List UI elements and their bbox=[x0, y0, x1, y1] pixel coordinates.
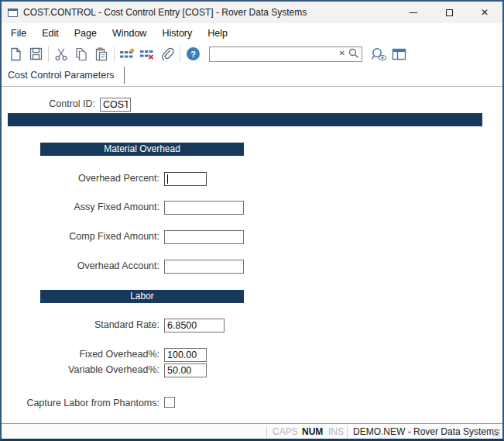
paste-icon bbox=[94, 47, 108, 61]
minimize-button[interactable] bbox=[396, 2, 431, 23]
maximize-button[interactable] bbox=[431, 2, 467, 23]
toolbar-separator bbox=[48, 47, 49, 62]
toolbar-separator bbox=[180, 47, 180, 62]
app-icon bbox=[8, 9, 18, 17]
layout-table-icon bbox=[392, 48, 406, 60]
maximize-icon bbox=[446, 9, 453, 16]
assy-fixed-amount-label: Assy Fixed Amount: bbox=[2, 202, 159, 212]
window-title: COST.CONTROL - Cost Control Entry [COST]… bbox=[23, 7, 307, 18]
save-button[interactable] bbox=[26, 45, 46, 64]
variable-overhead-label: Variable Overhead%: bbox=[2, 364, 159, 375]
ins-indicator: INS bbox=[328, 426, 344, 437]
overhead-percent-label: Overhead Percent: bbox=[2, 173, 159, 184]
tab-bar: Cost Control Parameters bbox=[2, 64, 502, 87]
fixed-overhead-input[interactable] bbox=[164, 348, 207, 362]
session-label: DEMO.NEW - Rover Data Systems bbox=[353, 426, 499, 437]
tab-cost-control-parameters[interactable]: Cost Control Parameters bbox=[8, 64, 124, 86]
material-overhead-header: Material Overhead bbox=[40, 143, 244, 156]
cut-icon bbox=[54, 47, 68, 61]
insert-row-button[interactable] bbox=[117, 45, 137, 64]
toolbar-separator bbox=[114, 47, 115, 62]
paste-button[interactable] bbox=[91, 45, 111, 64]
svg-text:?: ? bbox=[190, 50, 196, 59]
menu-help[interactable]: Help bbox=[200, 23, 235, 43]
capture-labor-label: Capture Labor from Phantoms: bbox=[2, 398, 159, 408]
help-icon: ? bbox=[186, 47, 201, 61]
labor-header: Labor bbox=[40, 290, 244, 303]
control-id-input[interactable] bbox=[100, 98, 131, 112]
standard-rate-input[interactable] bbox=[164, 319, 225, 332]
cut-button[interactable] bbox=[51, 45, 71, 64]
window-controls: ✕ bbox=[396, 2, 502, 23]
lookup-eye-icon bbox=[371, 47, 387, 61]
section-divider-bar bbox=[8, 113, 482, 126]
comp-fixed-amount-input[interactable] bbox=[164, 230, 244, 244]
menu-page[interactable]: Page bbox=[67, 23, 105, 43]
form-area: Control ID: Material Overhead Overhead P… bbox=[2, 87, 502, 425]
variable-overhead-input[interactable] bbox=[164, 363, 207, 377]
menu-window[interactable]: Window bbox=[105, 23, 154, 43]
capture-labor-checkbox[interactable] bbox=[164, 397, 175, 408]
caps-indicator: CAPS bbox=[273, 426, 298, 437]
app-window: COST.CONTROL - Cost Control Entry [COST]… bbox=[0, 0, 504, 441]
delete-row-button[interactable] bbox=[137, 45, 157, 64]
tab-divider bbox=[124, 67, 125, 84]
save-icon bbox=[29, 47, 43, 60]
status-divider bbox=[266, 425, 267, 438]
menu-bar: File Edit Page Window History Help bbox=[2, 23, 502, 43]
delete-row-icon bbox=[139, 48, 155, 60]
toolbar: ? ✕ bbox=[2, 43, 502, 64]
overhead-account-label: Overhead Account: bbox=[2, 260, 159, 271]
minimize-icon bbox=[410, 12, 417, 13]
standard-rate-label: Standard Rate: bbox=[2, 319, 159, 330]
overhead-percent-input[interactable] bbox=[164, 172, 207, 186]
new-document-icon bbox=[9, 47, 22, 61]
assy-fixed-amount-input[interactable] bbox=[164, 201, 244, 215]
status-divider bbox=[347, 425, 348, 438]
num-indicator: NUM bbox=[302, 426, 323, 437]
help-button[interactable]: ? bbox=[183, 45, 203, 64]
close-button[interactable]: ✕ bbox=[467, 2, 502, 23]
menu-file[interactable]: File bbox=[3, 23, 34, 43]
menu-edit[interactable]: Edit bbox=[34, 23, 67, 43]
fixed-overhead-label: Fixed Overhead%: bbox=[2, 349, 159, 360]
menu-history[interactable]: History bbox=[154, 23, 200, 43]
attachment-button[interactable] bbox=[157, 45, 177, 64]
copy-icon bbox=[74, 47, 88, 61]
resize-grip[interactable] bbox=[493, 429, 501, 436]
comp-fixed-amount-label: Comp Fixed Amount: bbox=[2, 231, 159, 242]
search-magnifier-icon[interactable] bbox=[348, 48, 359, 59]
new-document-button[interactable] bbox=[5, 45, 26, 64]
lookup-button[interactable] bbox=[369, 45, 389, 64]
overhead-account-input[interactable] bbox=[164, 260, 244, 274]
layout-table-button[interactable] bbox=[389, 45, 409, 64]
title-bar: COST.CONTROL - Cost Control Entry [COST]… bbox=[2, 2, 502, 23]
close-icon: ✕ bbox=[481, 8, 489, 17]
control-id-label: Control ID: bbox=[2, 98, 95, 109]
status-bar: CAPS NUM INS DEMO.NEW - Rover Data Syste… bbox=[2, 423, 502, 439]
copy-button[interactable] bbox=[71, 45, 91, 64]
text-cursor bbox=[167, 174, 168, 184]
search-clear-icon[interactable]: ✕ bbox=[339, 49, 345, 57]
attachment-icon bbox=[160, 47, 174, 61]
toolbar-search: ✕ bbox=[209, 47, 362, 62]
insert-row-icon bbox=[119, 48, 135, 60]
